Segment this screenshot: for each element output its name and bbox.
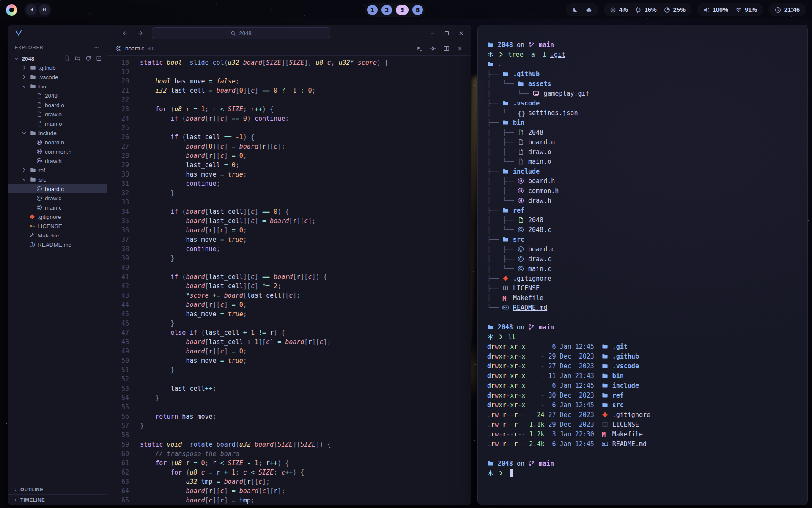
explorer-item-bin[interactable]: bin: [8, 82, 107, 91]
code-line-59[interactable]: 59static void _rotate_board(u32 board[SI…: [107, 440, 471, 449]
collapse-folders-button[interactable]: [96, 55, 102, 61]
code-line-18[interactable]: 18static bool _slide_col(u32 board[SIZE]…: [107, 58, 471, 67]
code-line-47[interactable]: 47 else if (last_cell + 1 != r) {: [107, 328, 471, 337]
code-line-61[interactable]: 61 for (u8 r = 0; r < SIZE - 1; r++) {: [107, 458, 471, 468]
code-line-21[interactable]: 21 i32 last_cell = board[0][c] == 0 ? -1…: [107, 86, 471, 95]
explorer-item-draw.c[interactable]: draw.c: [8, 193, 107, 203]
code-line-46[interactable]: 46 }: [107, 319, 471, 328]
code-line-28[interactable]: 28 board[r][c] = 0;: [107, 151, 471, 160]
history-forward-button[interactable]: [137, 30, 143, 36]
code-line-60[interactable]: 60 // transpose the board: [107, 449, 471, 458]
code-line-22[interactable]: 22: [107, 95, 471, 105]
code-line-33[interactable]: 33: [107, 198, 471, 207]
code-line-44[interactable]: 44 board[r][c] = 0;: [107, 300, 471, 309]
close-window-button[interactable]: [458, 30, 464, 36]
module-clock[interactable]: 21:46: [768, 3, 806, 16]
maximize-button[interactable]: [444, 30, 450, 36]
code-editor[interactable]: 18static bool _slide_col(u32 board[SIZE]…: [107, 56, 471, 505]
code-line-31[interactable]: 31 continue;: [107, 179, 471, 188]
code-line-23[interactable]: 23 for (u8 r = 1; r < SIZE; r++) {: [107, 105, 471, 114]
explorer-item-2048[interactable]: 2048: [8, 91, 107, 100]
code-line-58[interactable]: 58: [107, 431, 471, 440]
app-launcher-button[interactable]: [6, 4, 17, 16]
code-line-35[interactable]: 35 board[last_cell][c] = board[r][c];: [107, 216, 471, 226]
terminal-window[interactable]: 2048 on main tree -a -I .git .├── .githu…: [477, 25, 808, 505]
panel-outline[interactable]: OUTLINE: [8, 484, 107, 494]
code-line-42[interactable]: 42 board[last_cell][c] *= 2;: [107, 282, 471, 291]
code-line-24[interactable]: 24 if (board[r][c] == 0) continue;: [107, 114, 471, 123]
explorer-item-include[interactable]: include: [8, 128, 107, 138]
code-line-53[interactable]: 53 last_cell++;: [107, 384, 471, 393]
explorer-item-.github[interactable]: .github: [8, 63, 107, 72]
workspace-8[interactable]: 8: [412, 5, 423, 15]
workspace-3[interactable]: 3: [396, 5, 409, 15]
code-line-39[interactable]: 39 }: [107, 254, 471, 263]
editor-settings-button[interactable]: [430, 45, 436, 52]
code-line-62[interactable]: 62 for (u8 c = r + 1; c < SIZE; c++) {: [107, 468, 471, 477]
explorer-item-LICENSE[interactable]: LICENSE: [8, 221, 107, 231]
code-line-55[interactable]: 55: [107, 403, 471, 412]
code-line-65[interactable]: 65 board[c][r] = tmp;: [107, 496, 471, 505]
code-line-19[interactable]: 19: [107, 67, 471, 77]
module-audio-network[interactable]: 100%91%: [697, 3, 763, 16]
refresh-explorer-button[interactable]: [85, 55, 92, 61]
code-line-51[interactable]: 51 }: [107, 365, 471, 375]
code-line-41[interactable]: 41 if (board[last_cell][c] == board[r][c…: [107, 272, 471, 282]
code-line-30[interactable]: 30 has_move = true;: [107, 170, 471, 179]
nav-prev-button[interactable]: [26, 4, 37, 15]
code-line-57[interactable]: 57}: [107, 421, 471, 431]
split-editor-button[interactable]: [443, 45, 450, 52]
module-weather[interactable]: [566, 3, 598, 16]
code-line-43[interactable]: 43 *score += board[last_cell][c];: [107, 291, 471, 300]
code-line-49[interactable]: 49 board[r][c] = 0;: [107, 347, 471, 356]
code-line-32[interactable]: 32 }: [107, 188, 471, 198]
explorer-item-2048[interactable]: 2048: [8, 54, 107, 63]
tab-board-c[interactable]: board.c src: [111, 45, 159, 52]
run-code-button[interactable]: [416, 45, 422, 52]
explorer-item-ref[interactable]: ref: [8, 166, 107, 175]
explorer-item-Makefile[interactable]: Makefile: [8, 231, 107, 240]
workspace-2[interactable]: 2: [381, 5, 392, 15]
explorer-item-src[interactable]: src: [8, 175, 107, 184]
code-line-40[interactable]: 40: [107, 263, 471, 272]
code-line-27[interactable]: 27 board[0][c] = board[r][c];: [107, 142, 471, 151]
close-editor-button[interactable]: [457, 45, 463, 52]
code-line-25[interactable]: 25: [107, 123, 471, 133]
explorer-item-draw.o[interactable]: draw.o: [8, 110, 107, 119]
explorer-item-draw.h[interactable]: draw.h: [8, 156, 107, 166]
code-line-52[interactable]: 52: [107, 375, 471, 384]
code-line-54[interactable]: 54 }: [107, 393, 471, 403]
code-line-20[interactable]: 20 bool has_move = false;: [107, 77, 471, 86]
nav-next-button[interactable]: [39, 4, 50, 15]
explorer-item-README.md[interactable]: README.md: [8, 240, 107, 249]
explorer-item-.gitignore[interactable]: .gitignore: [8, 212, 107, 221]
code-line-45[interactable]: 45 has_move = true;: [107, 309, 471, 319]
module-system-stats[interactable]: 4%16%25%: [604, 3, 692, 16]
panel-timeline[interactable]: TIMELINE: [8, 494, 107, 505]
explorer-item-main.o[interactable]: main.o: [8, 119, 107, 128]
new-file-button[interactable]: [64, 55, 71, 61]
code-line-48[interactable]: 48 board[last_cell + 1][c] = board[r][c]…: [107, 337, 471, 347]
code-line-64[interactable]: 64 board[r][c] = board[c][r];: [107, 486, 471, 496]
code-line-36[interactable]: 36 board[r][c] = 0;: [107, 226, 471, 235]
workspace-1[interactable]: 1: [367, 5, 378, 15]
history-back-button[interactable]: [122, 30, 129, 36]
new-folder-button[interactable]: [74, 55, 81, 61]
explorer-more-actions-icon[interactable]: [94, 44, 100, 50]
minimize-button[interactable]: [430, 30, 435, 36]
code-line-26[interactable]: 26 if (last_cell == -1) {: [107, 133, 471, 142]
code-line-63[interactable]: 63 u32 tmp = board[r][c];: [107, 477, 471, 486]
explorer-item-common.h[interactable]: common.h: [8, 147, 107, 156]
explorer-item-main.c[interactable]: main.c: [8, 203, 107, 212]
code-line-50[interactable]: 50 has_move = true;: [107, 356, 471, 365]
explorer-item-.vscode[interactable]: .vscode: [8, 72, 107, 82]
code-line-29[interactable]: 29 last_cell = 0;: [107, 160, 471, 170]
code-line-56[interactable]: 56 return has_move;: [107, 412, 471, 421]
code-line-37[interactable]: 37 has_move = true;: [107, 235, 471, 244]
explorer-item-board.o[interactable]: board.o: [8, 100, 107, 110]
code-line-34[interactable]: 34 if (board[last_cell][c] == 0) {: [107, 207, 471, 216]
code-line-38[interactable]: 38 continue;: [107, 244, 471, 254]
explorer-item-board.c[interactable]: board.c: [8, 184, 107, 193]
explorer-item-board.h[interactable]: board.h: [8, 138, 107, 147]
command-search-box[interactable]: 2048: [152, 27, 330, 39]
